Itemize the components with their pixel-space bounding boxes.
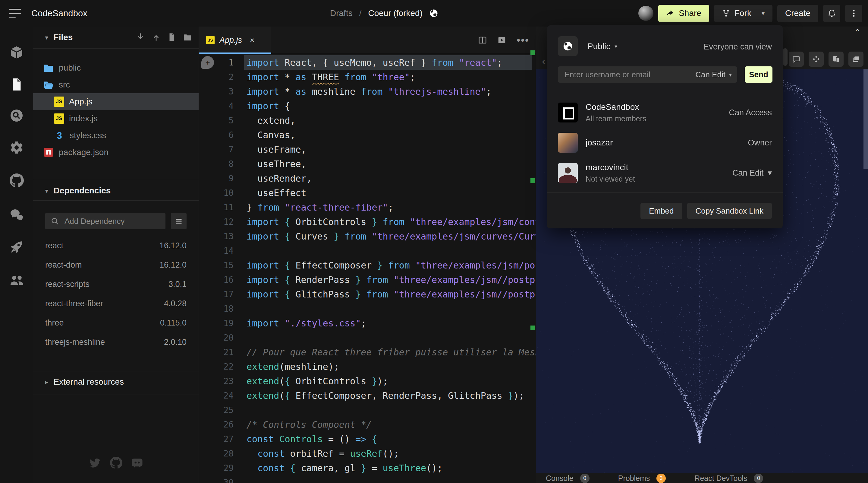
code-line-26[interactable]: 26/* Controls Compoent */ xyxy=(199,417,536,432)
dependency-react[interactable]: react16.12.0 xyxy=(33,236,198,255)
preview-button-diamonds[interactable] xyxy=(809,52,824,67)
code-line-24[interactable]: 24extend({ EffectComposer, RenderPass, G… xyxy=(199,388,536,403)
expand-console-icon[interactable]: ⌃ xyxy=(855,28,861,36)
code-line-9[interactable]: 9 useRender, xyxy=(199,171,536,186)
code-line-12[interactable]: 12import { OrbitControls } from "three/e… xyxy=(199,215,536,229)
share-button[interactable]: Share xyxy=(658,5,709,22)
menu-icon[interactable] xyxy=(9,9,21,18)
dependency-list-button[interactable] xyxy=(171,213,187,229)
fork-button[interactable]: Fork▾ xyxy=(714,5,772,22)
visibility-chip[interactable] xyxy=(558,36,578,56)
collapse-preview-icon[interactable]: ‹ xyxy=(542,55,545,67)
file-item-public[interactable]: public xyxy=(33,59,198,76)
file-item-src[interactable]: src xyxy=(33,76,198,93)
code-line-21[interactable]: 21// Pour que React three friber puisse … xyxy=(199,345,536,359)
sandbox-title[interactable]: Coeur (forked) xyxy=(368,8,423,18)
code-line-23[interactable]: 23extend({ OrbitControls }); xyxy=(199,374,536,388)
devtools-tab-problems[interactable]: Problems3 xyxy=(618,474,666,483)
tab-appjs[interactable]: JS App.js × xyxy=(199,27,271,54)
preview-pane-icon[interactable] xyxy=(497,36,506,45)
rail-item-users[interactable] xyxy=(9,273,24,287)
upload-icon[interactable] xyxy=(152,33,161,41)
file-item-App.js[interactable]: JSApp.js xyxy=(33,93,198,110)
code-line-19[interactable]: 19import "./styles.css"; xyxy=(199,316,536,330)
code-line-10[interactable]: 10 useEffect xyxy=(199,186,536,200)
code-area[interactable]: +1import React, { useMemo, useRef } from… xyxy=(199,55,536,483)
preview-button-comment[interactable] xyxy=(789,52,804,67)
rail-item-github[interactable] xyxy=(9,173,24,188)
person-permission[interactable]: Can Access xyxy=(729,108,772,117)
code-line-30[interactable]: 30 xyxy=(199,475,536,483)
expand-caret-icon[interactable]: ▸ xyxy=(45,379,48,386)
close-icon[interactable]: × xyxy=(250,36,254,45)
send-button[interactable]: Send xyxy=(745,66,772,83)
code-line-14[interactable]: 14 xyxy=(199,244,536,258)
new-file-icon[interactable] xyxy=(167,33,176,41)
person-permission[interactable]: Can Edit▾ xyxy=(733,168,772,178)
code-line-6[interactable]: 6 Canvas, xyxy=(199,127,536,142)
devtools-tab-react-devtools[interactable]: React DevTools0 xyxy=(694,474,763,483)
dependency-react-three-fiber[interactable]: react-three-fiber4.0.28 xyxy=(33,294,198,313)
split-view-icon[interactable] xyxy=(478,36,487,45)
code-line-18[interactable]: 18 xyxy=(199,302,536,316)
create-button[interactable]: Create xyxy=(777,5,818,22)
code-line-4[interactable]: 4import { xyxy=(199,98,536,113)
external-resources-header[interactable]: ▸ External resources xyxy=(33,371,198,393)
code-line-5[interactable]: 5 extend, xyxy=(199,113,536,127)
code-line-20[interactable]: 20 xyxy=(199,330,536,345)
dependencies-section-header[interactable]: ▾ Dependencies xyxy=(33,180,198,201)
devtools-tab-console[interactable]: Console0 xyxy=(546,474,590,483)
code-line-1[interactable]: +1import React, { useMemo, useRef } from… xyxy=(199,55,536,70)
code-line-3[interactable]: 3import * as meshline from "threejs-mesh… xyxy=(199,84,536,98)
copy-sandbox-link-button[interactable]: Copy Sandbox Link xyxy=(687,203,772,219)
dependency-three[interactable]: three0.115.0 xyxy=(33,313,198,333)
preview-button-responsive[interactable] xyxy=(829,52,844,67)
embed-button[interactable]: Embed xyxy=(641,203,682,219)
person-permission[interactable]: Owner xyxy=(748,138,772,147)
rail-item-gear[interactable] xyxy=(9,140,24,155)
code-line-7[interactable]: 7 useFrame, xyxy=(199,142,536,157)
scrollbar-handle[interactable] xyxy=(783,48,787,66)
add-dependency-input[interactable] xyxy=(45,213,165,229)
user-avatar[interactable] xyxy=(638,6,653,21)
preview-scrollbar[interactable] xyxy=(864,69,868,169)
code-line-25[interactable]: 25 xyxy=(199,403,536,417)
breadcrumb-parent[interactable]: Drafts xyxy=(330,8,352,18)
dependency-react-dom[interactable]: react-dom16.12.0 xyxy=(33,255,198,275)
file-item-index.js[interactable]: JSindex.js xyxy=(33,110,198,127)
code-line-15[interactable]: 15import { EffectComposer } from "three/… xyxy=(199,258,536,273)
more-options-icon[interactable]: ••• xyxy=(517,34,529,46)
file-item-package.json[interactable]: package.json xyxy=(33,144,198,161)
file-item-styles.css[interactable]: 3styles.css xyxy=(33,127,198,144)
code-line-11[interactable]: 11} from "react-three-fiber"; xyxy=(199,200,536,215)
code-line-13[interactable]: 13import { Curves } from "three/examples… xyxy=(199,229,536,244)
notifications-button[interactable] xyxy=(823,5,840,22)
rail-item-cube[interactable] xyxy=(9,45,24,60)
code-line-8[interactable]: 8 useThree, xyxy=(199,157,536,171)
github-icon[interactable] xyxy=(110,456,122,469)
new-folder-icon[interactable] xyxy=(183,33,192,41)
code-line-28[interactable]: 28 const orbitRef = useRef(); xyxy=(199,446,536,461)
download-icon[interactable] xyxy=(136,33,145,41)
rail-item-rocket[interactable] xyxy=(9,240,24,254)
more-menu-button[interactable] xyxy=(845,5,862,22)
rail-item-search[interactable] xyxy=(9,108,24,123)
permission-dropdown[interactable]: Can Edit ▾ xyxy=(695,70,732,79)
collapse-caret-icon[interactable]: ▾ xyxy=(45,34,48,41)
twitter-icon[interactable] xyxy=(89,456,101,469)
rail-item-file[interactable] xyxy=(9,77,24,92)
rail-item-chat[interactable] xyxy=(9,207,24,222)
collapse-caret-icon[interactable]: ▾ xyxy=(45,187,48,194)
code-line-22[interactable]: 22extend(meshline); xyxy=(199,359,536,374)
chevron-down-icon[interactable]: ▾ xyxy=(762,10,765,17)
dependency-threejs-meshline[interactable]: threejs-meshline2.0.10 xyxy=(33,333,198,352)
discord-icon[interactable] xyxy=(131,456,144,469)
dependency-react-scripts[interactable]: react-scripts3.0.1 xyxy=(33,275,198,294)
visibility-dropdown[interactable]: Public ▾ xyxy=(587,41,617,51)
preview-button-windows[interactable] xyxy=(848,52,864,67)
code-line-27[interactable]: 27const Controls = () => { xyxy=(199,432,536,446)
code-line-17[interactable]: 17import { GlitchPass } from "three/exam… xyxy=(199,287,536,302)
code-line-29[interactable]: 29 const { camera, gl } = useThree(); xyxy=(199,461,536,475)
code-line-2[interactable]: 2import * as THREE from "three"; xyxy=(199,70,536,84)
code-line-16[interactable]: 16import { RenderPass } from "three/exam… xyxy=(199,273,536,287)
